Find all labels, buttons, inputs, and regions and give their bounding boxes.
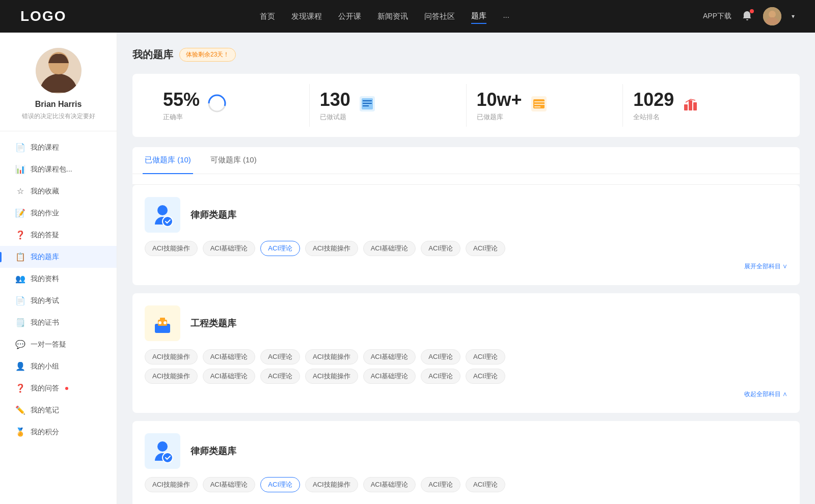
stat-banks-label: 已做题库 [477,113,522,122]
courses-icon: 📄 [15,143,25,152]
tag-item[interactable]: ACI理论 [421,477,460,492]
main-container: Brian Harris 错误的决定比没有决定要好 📄 我的课程 📊 我的课程包… [0,33,815,504]
stat-ranking-number: 1029 [633,89,674,110]
stat-accuracy-label: 正确率 [163,113,200,122]
qbank-card-lawyer-2: 律师类题库 ACI技能操作 ACI基础理论 ACI理论 ACI技能操作 ACI基… [132,421,800,504]
stat-done-icon [359,95,376,116]
svg-point-21 [162,216,173,227]
tag-item[interactable]: ACI理论 [421,241,460,256]
svg-rect-18 [689,100,692,110]
tab-done-banks[interactable]: 已做题库 (10) [143,147,193,174]
tag-item[interactable]: ACI理论 [466,477,505,492]
tag-item[interactable]: ACI基础理论 [203,349,256,365]
1on1-icon: 💬 [15,340,25,349]
questions-icon: ❓ [15,383,25,393]
sidebar-item-homework[interactable]: 📝 我的作业 [0,202,117,224]
tag-item[interactable]: ACI技能操作 [305,241,358,256]
points-icon: 🏅 [15,427,25,437]
sidebar-item-exams[interactable]: 📄 我的考试 [0,290,117,312]
stat-ranking: 1029 全站排名 [623,84,779,127]
tag-item[interactable]: ACI基础理论 [363,241,416,256]
collapse-button-engineering[interactable]: 收起全部科目 ∧ [145,388,787,401]
tag-item[interactable]: ACI基础理论 [203,369,256,384]
notification-dot [750,9,754,13]
qa-icon: ❓ [15,230,25,240]
user-dropdown-arrow[interactable]: ▾ [792,13,795,20]
stat-ranking-info: 1029 全站排名 [633,89,674,122]
tag-item[interactable]: ACI技能操作 [145,477,198,492]
tab-available-banks[interactable]: 可做题库 (10) [208,147,259,174]
packages-label: 我的课程包... [31,165,72,174]
sidebar-item-my-courses[interactable]: 📄 我的课程 [0,136,117,158]
tag-item[interactable]: ACI技能操作 [305,369,358,384]
notes-label: 我的笔记 [31,406,59,415]
stat-accuracy-icon [208,94,226,117]
page-header: 我的题库 体验剩余23天！ [132,48,800,62]
expand-button-lawyer[interactable]: 展开全部科目 ∨ [145,260,787,273]
groups-icon: 👤 [15,361,25,371]
sidebar-item-points[interactable]: 🏅 我的积分 [0,421,117,443]
notification-bell[interactable] [742,10,753,23]
qbank-icon-lawyer [145,197,180,233]
nav-open-course[interactable]: 公开课 [338,10,361,23]
profile-motto: 错误的决定比没有决定要好 [22,112,95,121]
sidebar-item-course-packages[interactable]: 📊 我的课程包... [0,158,117,180]
sidebar-item-qbank[interactable]: 📋 我的题库 [0,246,117,268]
tag-item-selected[interactable]: ACI理论 [260,477,300,492]
stats-bar: 55% 正确率 130 已做试题 [132,74,800,137]
nav-qbank[interactable]: 题库 [471,9,486,24]
profile-name: Brian Harris [35,100,82,109]
nav-home[interactable]: 首页 [260,10,275,23]
qbank-icon-lawyer-2 [145,433,180,469]
tag-item[interactable]: ACI理论 [421,349,460,365]
sidebar-item-groups[interactable]: 👤 我的小组 [0,355,117,377]
sidebar-item-favorites[interactable]: ☆ 我的收藏 [0,180,117,202]
tag-item[interactable]: ACI技能操作 [305,477,358,492]
tag-item[interactable]: ACI基础理论 [203,477,256,492]
questions-dot [65,387,68,390]
profile-label: 我的资料 [31,274,59,284]
tag-item[interactable]: ACI理论 [421,369,460,384]
tag-item[interactable]: ACI理论 [260,369,300,384]
sidebar-item-certificates[interactable]: 🗒️ 我的证书 [0,312,117,333]
tag-item[interactable]: ACI理论 [466,241,505,256]
nav-news[interactable]: 新闻资讯 [377,10,408,23]
main-content: 我的题库 体验剩余23天！ 55% 正确率 130 [117,33,815,504]
tag-item[interactable]: ACI理论 [466,369,505,384]
points-label: 我的积分 [31,428,59,437]
favorites-label: 我的收藏 [31,187,59,196]
stat-done-questions: 130 已做试题 [310,84,467,127]
sidebar-item-questions[interactable]: ❓ 我的问答 [0,377,117,399]
page-title: 我的题库 [132,48,173,62]
tag-item[interactable]: ACI技能操作 [305,349,358,365]
qbank-list: 律师类题库 ACI技能操作 ACI基础理论 ACI理论 ACI技能操作 ACI基… [132,185,800,504]
qbank-header-engineering: 工程类题库 [145,305,787,341]
app-download-button[interactable]: APP下载 [703,12,731,21]
stat-done-banks: 10w+ 已做题库 [467,84,623,127]
qbank-header-lawyer-2: 律师类题库 [145,433,787,469]
tag-item[interactable]: ACI理论 [466,349,505,365]
nav-qa[interactable]: 问答社区 [424,10,455,23]
sidebar-item-profile[interactable]: 👥 我的资料 [0,268,117,290]
tag-item[interactable]: ACI理论 [260,349,300,365]
sidebar-item-1on1[interactable]: 💬 一对一答疑 [0,333,117,355]
tag-item[interactable]: ACI基础理论 [363,369,416,384]
tag-item[interactable]: ACI技能操作 [145,241,198,256]
tag-item-selected[interactable]: ACI理论 [260,241,300,256]
tag-item[interactable]: ACI技能操作 [145,369,198,384]
stat-done-info: 130 已做试题 [320,89,350,122]
stat-banks-icon [530,95,548,116]
nav-discover[interactable]: 发现课程 [291,10,322,23]
sidebar-item-notes[interactable]: ✏️ 我的笔记 [0,399,117,421]
tag-item[interactable]: ACI基础理论 [363,477,416,492]
sidebar-item-qa[interactable]: ❓ 我的答疑 [0,224,117,246]
tag-item[interactable]: ACI基础理论 [203,241,256,256]
nav-more[interactable]: ··· [503,10,509,23]
user-avatar[interactable] [763,7,781,25]
tag-item[interactable]: ACI基础理论 [363,349,416,365]
tag-item[interactable]: ACI技能操作 [145,349,198,365]
svg-rect-19 [693,102,697,110]
svg-rect-24 [160,318,165,322]
profile-avatar [36,48,82,94]
stat-banks-info: 10w+ 已做题库 [477,89,522,122]
